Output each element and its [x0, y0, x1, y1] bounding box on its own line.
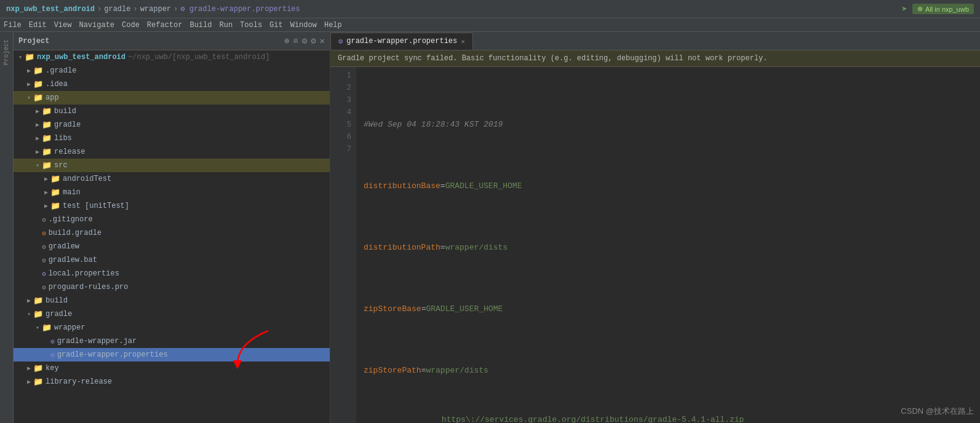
tree-item-gradle-app[interactable]: ▶ 📁 gradle [14, 118, 330, 132]
tree-item-wrapper[interactable]: ▾ 📁 wrapper [14, 321, 330, 334]
tree-item-local-props[interactable]: ▶ ⚙ local.properties [14, 267, 330, 280]
tree-label: release [54, 148, 85, 156]
tree-label: libs [54, 134, 72, 143]
menu-tools[interactable]: Tools [240, 21, 262, 30]
line-num-7: 7 [335, 143, 351, 156]
tree-item-idea[interactable]: ▶ 📁 .idea [14, 77, 330, 91]
menu-run[interactable]: Run [219, 21, 233, 30]
arrow-icon: ▶ [25, 67, 33, 74]
arrow-icon: ▾ [25, 94, 33, 101]
locate-icon[interactable]: ⊕ [284, 36, 289, 46]
tree-item-test[interactable]: ▶ 📁 test [unitTest] [14, 199, 330, 213]
arrow-icon: ▾ [16, 53, 25, 61]
code-eq-4: = [421, 303, 426, 315]
tab-close-button[interactable]: ✕ [461, 38, 465, 45]
tree-item-build-gradle[interactable]: ▶ ⚙ build.gradle [14, 226, 330, 240]
close-icon[interactable]: ✕ [320, 36, 325, 46]
file-tree[interactable]: ▾ 📁 nxp_uwb_test_android ~/nxp_uwb/[nxp_… [14, 50, 330, 423]
folder-icon: 📁 [50, 188, 60, 197]
code-content: 1 2 3 4 5 6 7 #Wed Sep 04 18:28:43 KST 2… [330, 67, 980, 423]
tree-label: local.properties [49, 269, 119, 278]
tree-item-key[interactable]: ▶ 📁 key [14, 362, 330, 375]
menu-git[interactable]: Git [269, 21, 283, 30]
arrow-icon: ▶ [42, 202, 50, 210]
code-line-5: zipStorePath=wrapper/dists [364, 365, 973, 377]
folder-icon: 📁 [25, 52, 34, 62]
arrow-icon: ▶ [25, 378, 33, 385]
collapse-all-icon[interactable]: ≡ [293, 36, 298, 46]
menu-window[interactable]: Window [290, 21, 317, 30]
arrow-icon: ▶ [42, 189, 50, 196]
tree-item-gradle-root2[interactable]: ▾ 📁 gradle [14, 307, 330, 321]
tree-item-build-app[interactable]: ▶ 📁 build [14, 105, 330, 118]
tree-item-libs[interactable]: ▶ 📁 libs [14, 132, 330, 145]
tree-item-release[interactable]: ▶ 📁 release [14, 145, 330, 159]
tree-label: build [54, 107, 76, 116]
tree-item-gradle-root[interactable]: ▶ 📁 .gradle [14, 64, 330, 77]
tree-item-gradle-wrapper-jar[interactable]: ▶ ⚙ gradle-wrapper.jar [14, 334, 330, 348]
breadcrumb: nxp_uwb_test_android › gradle › wrapper … [6, 4, 300, 14]
arrow-icon: ▶ [25, 81, 33, 88]
watermark: CSDN @技术在路上 [901, 406, 974, 417]
tree-item-root[interactable]: ▾ 📁 nxp_uwb_test_android ~/nxp_uwb/[nxp_… [14, 50, 330, 64]
file-icon: ⚙ [42, 216, 46, 224]
search-all-button[interactable]: ⊕ All in nxp_uwb [912, 4, 974, 14]
tree-label: library-release [46, 378, 112, 386]
folder-icon: 📁 [42, 160, 52, 170]
sidebar: Project ⊕ ≡ ⚙ ⚙ ✕ ▾ 📁 nxp_uwb_test_andro… [14, 32, 330, 423]
tree-label: src [54, 161, 68, 170]
tree-label: main [63, 188, 81, 197]
folder-icon: 📁 [50, 201, 60, 211]
sidebar-title: Project [18, 37, 279, 45]
tree-item-build-root[interactable]: ▶ 📁 build [14, 294, 330, 307]
code-line-3: distributionPath=wrapper/dists [364, 242, 973, 254]
code-key-4: zipStoreBase [364, 303, 421, 315]
menu-file[interactable]: File [4, 21, 22, 30]
tree-item-gitignore[interactable]: ▶ ⚙ .gitignore [14, 213, 330, 226]
file-icon: ⚙ [42, 283, 46, 291]
code-key-2: distributionBase [364, 180, 440, 192]
folder-icon: 📁 [42, 120, 52, 130]
green-arrow-icon: ➤ [901, 3, 907, 15]
tree-label: build.gradle [49, 229, 102, 237]
breadcrumb-gradle: gradle [104, 5, 130, 14]
file-icon: ⚙ [42, 243, 46, 251]
code-key-3: distributionPath [364, 242, 440, 254]
tree-item-proguard[interactable]: ▶ ⚙ proguard-rules.pro [14, 280, 330, 294]
tree-item-gradlew[interactable]: ▶ ⚙ gradlew [14, 240, 330, 253]
warning-text: Gradle project sync failed. Basic functi… [338, 54, 768, 63]
tree-item-androidtest[interactable]: ▶ 📁 androidTest [14, 172, 330, 186]
folder-icon: 📁 [33, 66, 43, 76]
arrow-icon: ▾ [25, 310, 33, 318]
line-num-3: 3 [335, 94, 351, 106]
tree-item-gradle-wrapper-props[interactable]: ▶ ⚙ gradle-wrapper.properties [14, 348, 330, 362]
filter-icon[interactable]: ⚙ [302, 36, 307, 46]
line-num-6: 6 [335, 131, 351, 143]
tree-label: test [unitTest] [63, 202, 129, 210]
tree-item-library-release[interactable]: ▶ 📁 library-release [14, 375, 330, 389]
tree-item-main[interactable]: ▶ 📁 main [14, 186, 330, 199]
code-eq-5: = [421, 365, 426, 377]
arrow-icon: ▶ [42, 175, 50, 183]
tree-item-src[interactable]: ▾ 📁 src [14, 159, 330, 172]
file-icon: ⚙ [42, 229, 46, 237]
menu-code[interactable]: Code [122, 21, 140, 30]
arrow-icon: ▶ [33, 135, 42, 142]
menu-navigate[interactable]: Navigate [79, 21, 114, 30]
menu-help[interactable]: Help [324, 21, 342, 30]
code-editor[interactable]: 1 2 3 4 5 6 7 #Wed Sep 04 18:28:43 KST 2… [330, 67, 980, 423]
left-panel-tabs: Project [0, 32, 14, 423]
folder-icon: 📁 [33, 309, 43, 319]
menu-build[interactable]: Build [189, 21, 212, 30]
code-val-3: wrapper/dists [445, 242, 508, 254]
menu-view[interactable]: View [54, 21, 72, 30]
project-tab[interactable]: Project [2, 37, 11, 68]
menu-bar: File Edit View Navigate Code Refactor Bu… [0, 18, 980, 32]
tree-item-gradlew-bat[interactable]: ▶ ⚙ gradlew.bat [14, 253, 330, 267]
editor-tab-gradle-wrapper[interactable]: ⚙ gradle-wrapper.properties ✕ [330, 33, 473, 50]
tree-item-app[interactable]: ▾ 📁 app [14, 91, 330, 105]
menu-refactor[interactable]: Refactor [147, 21, 183, 30]
settings-icon[interactable]: ⚙ [311, 36, 316, 46]
menu-edit[interactable]: Edit [29, 21, 47, 30]
title-right-area: ➤ ⊕ All in nxp_uwb [901, 3, 974, 15]
